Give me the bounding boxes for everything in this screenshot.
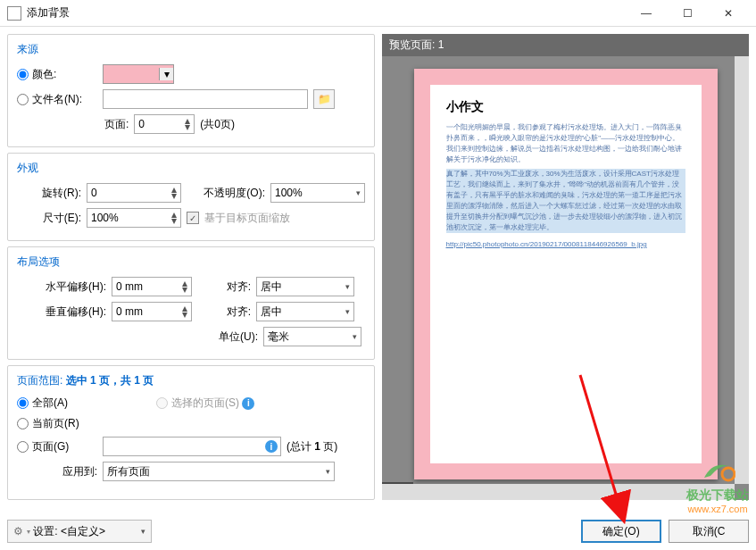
preview-page: 小作文 一个阳光明媚的早晨，我们参观了梅村污水处理场。进入大门，一阵阵恶臭扑鼻而… bbox=[414, 69, 718, 479]
window-title: 添加背景 bbox=[27, 5, 626, 21]
scrollbar-vertical[interactable] bbox=[735, 56, 749, 484]
filename-input[interactable] bbox=[103, 89, 308, 109]
preview-pane: 预览页面: 1 小作文 一个阳光明媚的早晨，我们参观了梅村污水处理场。进入大门，… bbox=[382, 34, 749, 500]
appearance-panel: 外观 旋转(R): 0▴▾ 不透明度(O): 100%▾ 尺寸(E): 100%… bbox=[7, 153, 375, 241]
pages-radio[interactable] bbox=[17, 441, 29, 453]
preview-header: 预览页面: 1 bbox=[382, 34, 749, 56]
color-radio[interactable] bbox=[17, 69, 29, 80]
ok-button[interactable]: 确定(O) bbox=[581, 520, 661, 543]
valign-label: 对齐: bbox=[197, 304, 251, 320]
pages-input[interactable] bbox=[103, 437, 281, 456]
folder-icon: 📁 bbox=[318, 93, 331, 105]
halign-label: 对齐: bbox=[197, 279, 251, 295]
source-panel: 来源 颜色: ▾ 文件名(N): 📁 页面: 0▴▾ (共0页) bbox=[7, 34, 375, 147]
opacity-label: 不透明度(O): bbox=[187, 186, 265, 201]
color-picker[interactable]: ▾ bbox=[103, 64, 174, 84]
rotate-combo[interactable]: 0▴▾ bbox=[87, 183, 181, 203]
apply-combo[interactable]: 所有页面▾ bbox=[103, 462, 335, 481]
opacity-combo[interactable]: 100%▾ bbox=[270, 183, 365, 203]
page-spinner[interactable]: 0▴▾ bbox=[134, 114, 195, 134]
titlebar: 添加背景 — ☐ ✕ bbox=[0, 0, 756, 27]
all-label: 全部(A) bbox=[32, 396, 68, 411]
page-total: (共0页) bbox=[200, 117, 235, 132]
filename-label: 文件名(N): bbox=[32, 92, 82, 107]
cancel-button[interactable]: 取消(C bbox=[669, 520, 749, 543]
scale-checkbox[interactable]: ✓ bbox=[187, 212, 199, 224]
voffset-label: 垂直偏移(H): bbox=[17, 304, 106, 320]
color-label: 颜色: bbox=[32, 67, 56, 82]
rotate-label: 旋转(R): bbox=[17, 186, 81, 201]
layout-panel: 布局选项 水平偏移(H): 0 mm▴▾ 对齐: 居中▾ 垂直偏移(H): 0 … bbox=[7, 246, 375, 360]
appearance-title: 外观 bbox=[17, 161, 365, 176]
doc-para2: 真了解，其中70%为工业废水，30%为生活废水，设计采用CAST污水处理工艺，我… bbox=[446, 169, 685, 233]
doc-para1: 一个阳光明媚的早晨，我们参观了梅村污水处理场。进入大门，一阵阵恶臭扑鼻而来，，瞬… bbox=[446, 122, 685, 165]
scrollbar-horizontal[interactable] bbox=[382, 484, 735, 500]
page-label: 页面: bbox=[104, 117, 129, 132]
gear-icon: ⚙ bbox=[13, 525, 23, 538]
layout-title: 布局选项 bbox=[17, 254, 365, 270]
pages-total: (总计 1 页) bbox=[287, 439, 337, 454]
current-label: 当前页(R) bbox=[32, 416, 79, 431]
current-radio[interactable] bbox=[17, 418, 29, 429]
size-label: 尺寸(E): bbox=[17, 211, 81, 226]
doc-link: http://pic50.photophoto.cn/20190217/0008… bbox=[446, 240, 647, 248]
minimize-button[interactable]: — bbox=[626, 0, 667, 27]
info-icon[interactable]: i bbox=[242, 397, 254, 410]
doc-title: 小作文 bbox=[446, 99, 685, 115]
all-radio[interactable] bbox=[17, 397, 29, 409]
settings-value: <自定义> bbox=[61, 524, 105, 539]
scale-label: 基于目标页面缩放 bbox=[204, 211, 290, 226]
selected-radio bbox=[156, 397, 168, 409]
pages-label: 页面(G) bbox=[32, 439, 69, 454]
browse-button[interactable]: 📁 bbox=[313, 89, 335, 109]
size-combo[interactable]: 100%▴▾ bbox=[87, 208, 181, 228]
range-panel: 页面范围: 选中 1 页，共 1 页 全部(A) 选择的页面(S) i 当前页(… bbox=[7, 365, 375, 500]
source-title: 来源 bbox=[17, 42, 365, 57]
voffset-spinner[interactable]: 0 mm▴▾ bbox=[112, 302, 192, 321]
hoffset-label: 水平偏移(H): bbox=[17, 279, 106, 295]
selected-label: 选择的页面(S) bbox=[171, 396, 239, 411]
hoffset-spinner[interactable]: 0 mm▴▾ bbox=[112, 277, 192, 296]
unit-combo[interactable]: 毫米▾ bbox=[263, 327, 361, 346]
settings-label: 设置: bbox=[33, 524, 57, 539]
close-button[interactable]: ✕ bbox=[708, 0, 749, 27]
maximize-button[interactable]: ☐ bbox=[667, 0, 708, 27]
app-icon bbox=[7, 6, 21, 21]
settings-dropdown[interactable]: ⚙▾ 设置: <自定义> ▾ bbox=[7, 520, 152, 543]
apply-label: 应用到: bbox=[17, 464, 97, 479]
unit-label: 单位(U): bbox=[204, 329, 258, 345]
valign-combo[interactable]: 居中▾ bbox=[256, 302, 354, 321]
range-title: 页面范围: 选中 1 页，共 1 页 bbox=[17, 373, 365, 388]
info-icon[interactable]: i bbox=[265, 440, 278, 453]
filename-radio[interactable] bbox=[17, 94, 29, 105]
halign-combo[interactable]: 居中▾ bbox=[256, 277, 354, 296]
